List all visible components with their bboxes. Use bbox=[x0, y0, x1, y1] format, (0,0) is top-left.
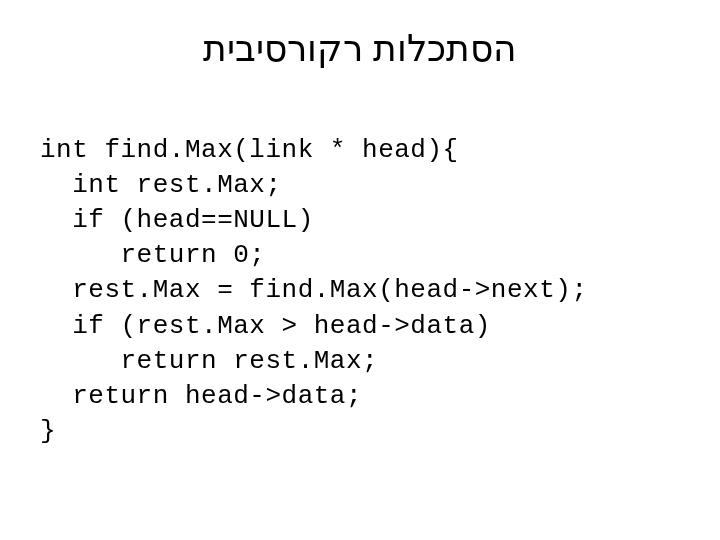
code-line: return head->data; bbox=[40, 381, 362, 411]
code-line: int rest.Max; bbox=[40, 170, 282, 200]
code-block: int find.Max(link * head){ int rest.Max;… bbox=[40, 98, 680, 449]
code-line: if (rest.Max > head->data) bbox=[40, 311, 491, 341]
code-line: return rest.Max; bbox=[40, 346, 378, 376]
slide-title: הסתכלות רקורסיבית bbox=[40, 28, 680, 70]
code-line: if (head==NULL) bbox=[40, 205, 314, 235]
code-line: return 0; bbox=[40, 240, 265, 270]
slide: הסתכלות רקורסיבית int find.Max(link * he… bbox=[0, 0, 720, 540]
code-line: } bbox=[40, 416, 56, 446]
code-line: rest.Max = find.Max(head->next); bbox=[40, 275, 588, 305]
code-line: int find.Max(link * head){ bbox=[40, 135, 459, 165]
